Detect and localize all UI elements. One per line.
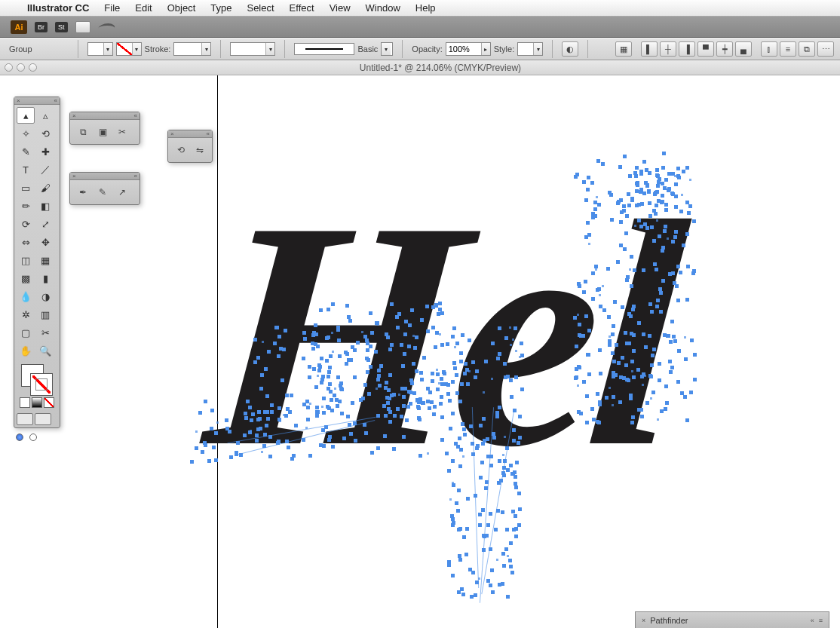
menu-object[interactable]: Object — [167, 2, 196, 14]
close-icon[interactable]: × — [72, 173, 76, 179]
pen-sub-icon[interactable]: ✒ — [75, 185, 91, 200]
window-zoom-icon[interactable] — [29, 63, 37, 72]
float-panel-c[interactable]: ×« ⟲ ⇋ — [167, 130, 213, 163]
width-tool[interactable]: ⇔ — [17, 234, 35, 250]
opacity-field[interactable] — [446, 43, 481, 55]
menu-edit[interactable]: Edit — [135, 2, 152, 14]
align-hcenter-icon[interactable]: ┼ — [660, 41, 676, 57]
menu-window[interactable]: Window — [366, 2, 400, 14]
rotate-sub-icon[interactable]: ⟲ — [173, 142, 189, 158]
artboard-icon[interactable]: ▣ — [94, 124, 111, 139]
symbol-sprayer-tool[interactable]: ✲ — [17, 306, 35, 323]
dist-v-icon[interactable]: ≡ — [780, 41, 796, 57]
selection-tool[interactable]: ▴ — [17, 107, 35, 124]
align-panel-icon[interactable]: ▦ — [615, 41, 632, 57]
close-icon[interactable]: × — [642, 617, 645, 624]
recolor-artwork-icon[interactable]: ◐ — [562, 41, 578, 57]
lasso-tool[interactable]: ⟲ — [36, 125, 54, 142]
shape-builder-tool[interactable]: ◫ — [17, 252, 35, 268]
stroke-weight[interactable]: ▾ — [173, 42, 211, 56]
window-close-icon[interactable] — [5, 63, 13, 72]
align-right-icon[interactable]: ▐ — [679, 41, 695, 57]
vsp-profile[interactable]: ▾ — [230, 42, 275, 56]
eraser-tool[interactable]: ◧ — [36, 198, 54, 214]
none-mode-icon[interactable] — [44, 397, 54, 408]
more-icon[interactable]: ⋯ — [817, 41, 834, 57]
perspective-tool[interactable]: ▦ — [36, 252, 54, 268]
radio-dot-on-icon[interactable] — [16, 433, 23, 441]
stroke-swatch[interactable]: ▾ — [116, 42, 142, 56]
app-menu[interactable]: Illustrator CC — [27, 2, 89, 14]
slice-icon[interactable]: ✂ — [114, 124, 130, 139]
line-tool[interactable]: ／ — [36, 161, 54, 178]
align-left-icon[interactable]: ▌ — [641, 41, 658, 57]
collapse-icon[interactable]: « — [134, 173, 137, 179]
reflect-sub-icon[interactable]: ⇋ — [192, 142, 207, 158]
menu-type[interactable]: Type — [210, 2, 231, 14]
graphic-style[interactable]: ▾ — [517, 42, 543, 56]
tools-panel-header[interactable]: × « — [14, 97, 60, 105]
blend-tool[interactable]: ◑ — [36, 288, 54, 305]
crop-icon[interactable]: ⧉ — [75, 124, 91, 139]
align-top-icon[interactable]: ▀ — [697, 41, 714, 57]
align-vcenter-icon[interactable]: ┿ — [716, 41, 733, 57]
slice-tool[interactable]: ✂ — [36, 324, 54, 341]
menu-view[interactable]: View — [330, 2, 351, 14]
float-panel-b[interactable]: ×« ✒ ✎ ↗ — [69, 172, 140, 205]
canvas[interactable]: Hel — [0, 75, 840, 628]
rotate-tool[interactable]: ⟳ — [17, 216, 35, 232]
screen-mode-normal-icon[interactable] — [17, 413, 33, 425]
rectangle-tool[interactable]: ▭ — [17, 179, 35, 196]
transform-icon[interactable]: ⧉ — [799, 41, 815, 57]
screen-mode-full-icon[interactable] — [35, 413, 51, 425]
collapse-icon[interactable]: « — [207, 130, 210, 137]
stock-chip[interactable]: St — [55, 22, 68, 32]
column-graph-tool[interactable]: ▥ — [36, 306, 54, 323]
pen-sub2-icon[interactable]: ✎ — [94, 185, 111, 200]
opacity-input[interactable]: ▸ — [446, 42, 491, 56]
radio-dot-off-icon[interactable] — [29, 433, 37, 441]
bridge-chip[interactable]: Br — [35, 22, 48, 32]
scale-tool[interactable]: ⤢ — [36, 216, 54, 232]
zoom-tool[interactable]: 🔍 — [36, 342, 54, 359]
close-icon[interactable]: × — [17, 97, 20, 104]
mesh-tool[interactable]: ▩ — [17, 270, 35, 286]
free-transform-tool[interactable]: ✥ — [36, 234, 54, 250]
brush-dropdown[interactable]: ▾ — [381, 42, 393, 56]
tools-panel[interactable]: × « ▴ ▵ ✧ ⟲ ✎ ✚ T ／ ▭ 🖌 ✏ ◧ ⟳ ⤢ ⇔ ✥ ◫ ▦ … — [14, 96, 60, 428]
close-icon[interactable]: × — [72, 112, 76, 119]
dist-h-icon[interactable]: ⫿ — [761, 41, 777, 57]
add-anchor-tool[interactable]: ✚ — [36, 143, 54, 160]
artboard-tool[interactable]: ▢ — [17, 324, 35, 341]
arrange-documents-button[interactable] — [75, 21, 90, 33]
pathfinder-panel[interactable]: × Pathfinder « ≡ — [635, 611, 829, 628]
menu-file[interactable]: File — [104, 2, 120, 14]
gradient-mode-icon[interactable] — [32, 397, 42, 408]
gradient-tool[interactable]: ▮ — [36, 270, 54, 286]
pen-tool[interactable]: ✎ — [17, 143, 35, 160]
menu-effect[interactable]: Effect — [290, 2, 314, 14]
fill-stroke-indicator[interactable] — [14, 361, 60, 411]
line-sub-icon[interactable]: ↗ — [114, 185, 130, 200]
direct-selection-tool[interactable]: ▵ — [36, 107, 54, 124]
cloud-sync-icon[interactable] — [98, 21, 118, 33]
pencil-tool[interactable]: ✏ — [17, 198, 35, 214]
collapse-icon[interactable]: « — [54, 97, 57, 104]
close-icon[interactable]: × — [170, 130, 174, 137]
magic-wand-tool[interactable]: ✧ — [17, 125, 35, 142]
stroke-swatch-large[interactable] — [30, 373, 53, 396]
hand-tool[interactable]: ✋ — [17, 342, 35, 359]
menu-icon[interactable]: ≡ — [819, 617, 823, 624]
menu-select[interactable]: Select — [247, 2, 274, 14]
window-minimize-icon[interactable] — [17, 63, 25, 72]
collapse-icon[interactable]: « — [134, 112, 137, 119]
color-mode-icon[interactable] — [20, 397, 30, 408]
align-bottom-icon[interactable]: ▄ — [735, 41, 752, 57]
fill-swatch[interactable]: ▾ — [87, 42, 113, 56]
brush-preview[interactable] — [294, 43, 354, 55]
menu-help[interactable]: Help — [415, 2, 436, 14]
eyedropper-tool[interactable]: 💧 — [17, 288, 35, 305]
collapse-icon[interactable]: « — [811, 617, 814, 624]
type-tool[interactable]: T — [17, 161, 35, 178]
float-panel-a[interactable]: ×« ⧉ ▣ ✂ — [69, 112, 140, 145]
